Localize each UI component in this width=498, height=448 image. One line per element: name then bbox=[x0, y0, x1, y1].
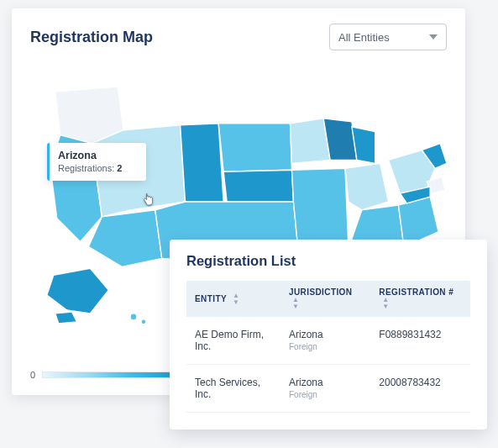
tooltip-registrations: Registrations: 2 bbox=[58, 163, 138, 173]
scale-gradient bbox=[42, 372, 176, 378]
registration-table: ENTITY ▲▼ JURISDICTION ▲▼ REGISTRATION #… bbox=[186, 281, 470, 413]
sort-icon: ▲▼ bbox=[292, 297, 299, 310]
sort-icon: ▲▼ bbox=[233, 293, 239, 306]
list-title: Registration List bbox=[186, 253, 470, 269]
col-registration[interactable]: REGISTRATION # ▲▼ bbox=[370, 281, 470, 317]
svg-point-0 bbox=[130, 314, 137, 320]
cell-jurisdiction: Arizona Foreign bbox=[280, 365, 370, 413]
table-row[interactable]: AE Demo Firm, Inc. Arizona Foreign F0889… bbox=[186, 317, 470, 365]
tooltip-state: Arizona bbox=[58, 150, 138, 161]
cell-jurisdiction: Arizona Foreign bbox=[280, 317, 370, 365]
sort-icon: ▲▼ bbox=[382, 297, 389, 310]
table-row[interactable]: Tech Services, Inc. Arizona Foreign 2000… bbox=[186, 365, 470, 413]
map-scale-legend: 0 5 bbox=[30, 370, 188, 380]
cell-entity: Tech Services, Inc. bbox=[186, 365, 280, 413]
registration-list-card: Registration List ENTITY ▲▼ JURISDICTION… bbox=[170, 240, 487, 430]
cell-registration: F0889831432 bbox=[370, 317, 470, 365]
page-title: Registration Map bbox=[30, 29, 153, 46]
cell-registration: 20008783432 bbox=[370, 365, 470, 413]
col-entity[interactable]: ENTITY ▲▼ bbox=[186, 281, 280, 317]
scale-min: 0 bbox=[30, 370, 35, 380]
cell-entity: AE Demo Firm, Inc. bbox=[186, 317, 280, 365]
entity-filter-value: All Entities bbox=[338, 31, 390, 44]
svg-point-1 bbox=[141, 319, 146, 324]
map-tooltip: Arizona Registrations: 2 bbox=[47, 143, 146, 181]
col-jurisdiction[interactable]: JURISDICTION ▲▼ bbox=[280, 281, 370, 317]
map-header: Registration Map All Entities bbox=[30, 24, 447, 50]
chevron-down-icon bbox=[429, 34, 438, 40]
entity-filter-select[interactable]: All Entities bbox=[329, 24, 447, 50]
